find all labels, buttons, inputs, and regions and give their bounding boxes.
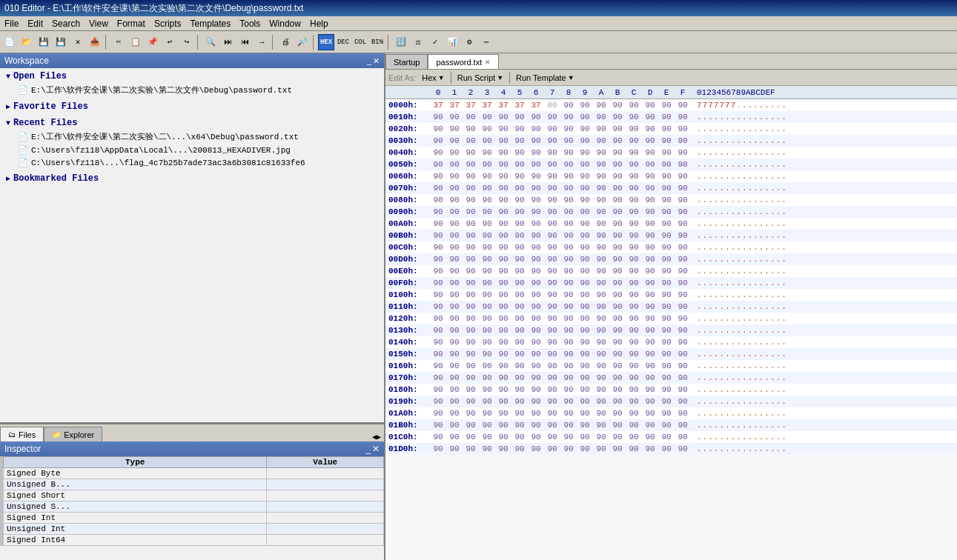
hex-cell-5-12[interactable]: 90 xyxy=(626,160,642,169)
hex-cell-20-1[interactable]: 90 xyxy=(446,338,463,347)
hex-cell-9-9[interactable]: 90 xyxy=(577,207,593,216)
hex-cell-2-12[interactable]: 90 xyxy=(626,124,642,133)
hex-cell-20-7[interactable]: 90 xyxy=(544,338,560,347)
hex-cell-9-8[interactable]: 90 xyxy=(560,207,577,216)
hex-cell-7-2[interactable]: 90 xyxy=(463,184,479,193)
hex-cell-23-11[interactable]: 90 xyxy=(609,373,626,382)
hex-cell-28-9[interactable]: 90 xyxy=(577,433,593,441)
table-row[interactable]: 01D0h:90909090909090909090909090909090..… xyxy=(385,443,957,455)
hex-cell-10-8[interactable]: 90 xyxy=(560,219,577,228)
table-row[interactable]: 0140h:90909090909090909090909090909090..… xyxy=(385,336,957,348)
ascii-cell-1[interactable]: ................ xyxy=(697,113,787,121)
hex-cell-22-5[interactable]: 90 xyxy=(511,361,528,370)
hex-cell-1-5[interactable]: 90 xyxy=(511,113,528,121)
hex-cell-11-13[interactable]: 90 xyxy=(642,231,658,240)
hex-cell-2-9[interactable]: 90 xyxy=(577,124,593,133)
hex-cell-21-10[interactable]: 90 xyxy=(593,350,609,359)
table-row[interactable]: 0030h:90909090909090909090909090909090..… xyxy=(385,135,957,147)
hex-cell-12-1[interactable]: 90 xyxy=(446,243,463,252)
hex-cell-21-0[interactable]: 90 xyxy=(430,350,446,359)
hex-cell-2-11[interactable]: 90 xyxy=(609,124,626,133)
hex-cell-13-9[interactable]: 90 xyxy=(577,255,593,264)
hex-cell-3-11[interactable]: 90 xyxy=(609,136,626,145)
hex-cell-28-5[interactable]: 90 xyxy=(511,433,528,441)
hex-cell-23-4[interactable]: 90 xyxy=(495,373,511,382)
hex-cell-19-1[interactable]: 90 xyxy=(446,326,463,335)
hex-cell-0-0[interactable]: 37 xyxy=(430,101,446,110)
hex-cell-0-9[interactable]: 90 xyxy=(577,101,593,110)
hex-cell-6-4[interactable]: 90 xyxy=(495,172,511,181)
ascii-cell-17[interactable]: ................ xyxy=(697,302,787,311)
hex-cell-4-10[interactable]: 90 xyxy=(593,148,609,157)
hex-cell-22-12[interactable]: 90 xyxy=(626,361,642,370)
hex-cell-6-12[interactable]: 90 xyxy=(626,172,642,181)
find-next-button[interactable]: ⏭ xyxy=(219,34,236,50)
save-button[interactable]: 💾 xyxy=(36,34,52,50)
hex-cell-8-3[interactable]: 90 xyxy=(479,196,495,204)
hex-cell-11-5[interactable]: 90 xyxy=(511,231,528,240)
hex-cell-19-5[interactable]: 90 xyxy=(511,326,528,335)
hex-cell-17-10[interactable]: 90 xyxy=(593,302,609,311)
hex-cell-20-3[interactable]: 90 xyxy=(479,338,495,347)
hex-cell-18-15[interactable]: 90 xyxy=(675,314,691,323)
hex-cell-6-14[interactable]: 90 xyxy=(658,172,675,181)
hex-cell-23-10[interactable]: 90 xyxy=(593,373,609,382)
hex-cell-15-11[interactable]: 90 xyxy=(609,279,626,287)
hex-cell-26-13[interactable]: 90 xyxy=(642,409,658,418)
hex-cell-3-5[interactable]: 90 xyxy=(511,136,528,145)
hex-cell-16-13[interactable]: 90 xyxy=(642,290,658,299)
ascii-cell-13[interactable]: ................ xyxy=(697,255,787,264)
hex-cell-0-13[interactable]: 90 xyxy=(642,101,658,110)
hex-cell-19-4[interactable]: 90 xyxy=(495,326,511,335)
hex-cell-4-12[interactable]: 90 xyxy=(626,148,642,157)
hex-cell-24-6[interactable]: 90 xyxy=(528,385,544,394)
hex-cell-6-3[interactable]: 90 xyxy=(479,172,495,181)
hex-cell-0-11[interactable]: 90 xyxy=(609,101,626,110)
more-button[interactable]: ⋯ xyxy=(478,34,494,50)
hex-cell-25-14[interactable]: 90 xyxy=(658,397,675,406)
password-tab[interactable]: password.txt ✕ xyxy=(428,54,499,69)
hex-cell-11-10[interactable]: 90 xyxy=(593,231,609,240)
import-button[interactable]: 📥 xyxy=(87,34,103,50)
hex-cell-19-2[interactable]: 90 xyxy=(463,326,479,335)
hex-cell-25-7[interactable]: 90 xyxy=(544,397,560,406)
hex-cell-8-6[interactable]: 90 xyxy=(528,196,544,204)
hex-cell-28-13[interactable]: 90 xyxy=(642,433,658,441)
hex-cell-23-5[interactable]: 90 xyxy=(511,373,528,382)
hex-cell-27-15[interactable]: 90 xyxy=(675,421,691,430)
ascii-cell-7[interactable]: ................ xyxy=(697,184,787,193)
chart-button[interactable]: 📊 xyxy=(444,34,460,50)
hex-cell-7-11[interactable]: 90 xyxy=(609,184,626,193)
ascii-cell-2[interactable]: ................ xyxy=(697,124,787,133)
hex-cell-25-11[interactable]: 90 xyxy=(609,397,626,406)
hex-cell-13-8[interactable]: 90 xyxy=(560,255,577,264)
open-file-item-0[interactable]: 📄 E:\工作\软件安全课\第二次实验\第二次文件\Debug\password… xyxy=(0,83,384,97)
table-row[interactable]: 0050h:90909090909090909090909090909090..… xyxy=(385,159,957,170)
hex-cell-1-14[interactable]: 90 xyxy=(658,113,675,121)
hex-cell-14-4[interactable]: 90 xyxy=(495,267,511,276)
table-row[interactable]: 0090h:90909090909090909090909090909090..… xyxy=(385,206,957,218)
hex-cell-15-2[interactable]: 90 xyxy=(463,279,479,287)
hex-cell-5-15[interactable]: 90 xyxy=(675,160,691,169)
hex-cell-6-8[interactable]: 90 xyxy=(560,172,577,181)
hex-cell-18-8[interactable]: 90 xyxy=(560,314,577,323)
hex-cell-5-11[interactable]: 90 xyxy=(609,160,626,169)
password-tab-close[interactable]: ✕ xyxy=(485,59,491,66)
hex-cell-16-3[interactable]: 90 xyxy=(479,290,495,299)
hex-cell-6-9[interactable]: 90 xyxy=(577,172,593,181)
hex-cell-15-13[interactable]: 90 xyxy=(642,279,658,287)
hex-cell-9-1[interactable]: 90 xyxy=(446,207,463,216)
extra-button[interactable]: ⚙ xyxy=(461,34,477,50)
hex-mode-button[interactable]: HEX xyxy=(318,34,334,50)
hex-cell-21-1[interactable]: 90 xyxy=(446,350,463,359)
hex-cell-27-10[interactable]: 90 xyxy=(593,421,609,430)
hex-cell-26-14[interactable]: 90 xyxy=(658,409,675,418)
hex-cell-23-13[interactable]: 90 xyxy=(642,373,658,382)
table-row[interactable]: 0020h:90909090909090909090909090909090..… xyxy=(385,123,957,135)
hex-cell-5-5[interactable]: 90 xyxy=(511,160,528,169)
hex-cell-16-7[interactable]: 90 xyxy=(544,290,560,299)
hex-cell-19-9[interactable]: 90 xyxy=(577,326,593,335)
hex-cell-4-11[interactable]: 90 xyxy=(609,148,626,157)
hex-cell-10-12[interactable]: 90 xyxy=(626,219,642,228)
hex-cell-1-11[interactable]: 90 xyxy=(609,113,626,121)
